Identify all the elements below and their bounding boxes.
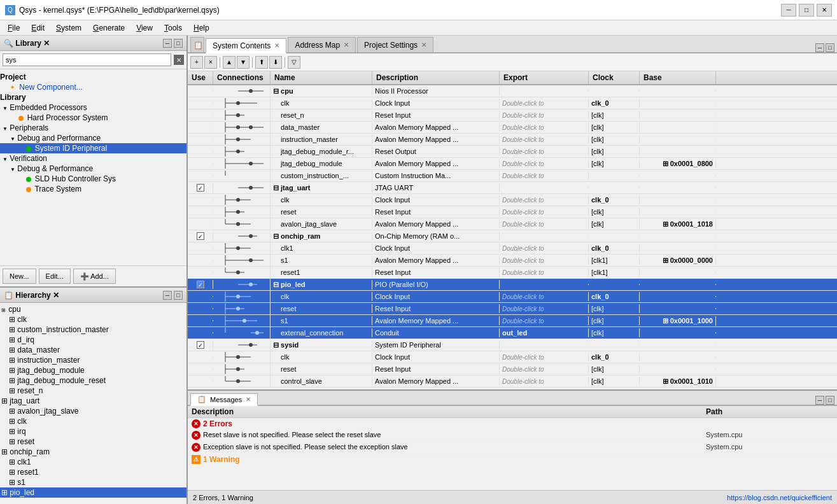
sysid-checkbox[interactable] [197,341,204,349]
hier-s1[interactable]: ⊞ s1 [0,477,186,487]
row-cpu[interactable]: ⊟ cpu Nios II Processor [188,85,837,97]
tree-hard-processor[interactable]: Hard Processor System [0,113,186,123]
toolbar-top-btn[interactable]: ⬆ [255,56,268,69]
menu-view[interactable]: View [131,22,158,34]
msg-error-2[interactable]: ✕ Exception slave is not specified. Plea… [188,442,837,454]
row-sysid-cs[interactable]: control_slave Avalon Memory Mapped ... D… [188,375,837,388]
tab-messages[interactable]: 📋 Messages ✕ [190,393,258,406]
hier-irq[interactable]: ⊞ irq [0,426,186,437]
expand-debug-perf-icon[interactable]: ▼ [10,136,15,142]
tree-peripherals[interactable]: ▼ Peripherals [0,123,186,133]
row-pl-ext[interactable]: external_connection Conduit out_led [clk… [188,327,837,339]
expand-debug-perf2-icon[interactable]: ▼ [10,167,15,172]
tree-embedded-processors[interactable]: ▼ Embedded Processors [0,102,186,113]
row-sysid-reset[interactable]: reset Reset Input Double-click to [clk] [188,363,837,375]
tab-project-settings[interactable]: Project Settings ✕ [357,37,433,52]
msg-error-1[interactable]: ✕ Reset slave is not specified. Please s… [188,430,837,442]
row-cpu-ci[interactable]: custom_instruction_... Custom Instructio… [188,170,837,182]
menu-help[interactable]: Help [188,22,215,34]
expand-verification-icon[interactable]: ▼ [3,157,8,162]
row-sysid-clk[interactable]: clk Clock Input Double-click to clk_0 [188,351,837,363]
hier-jtag-uart[interactable]: ⊞ jtag_uart [0,396,186,406]
hier-pio-led[interactable]: ⊞ pio_led [0,487,186,498]
row-jtag-uart[interactable]: ⊟ jtag_uart JTAG UART [188,182,837,194]
edit-button[interactable]: Edit... [39,269,71,284]
pio-led-checkbox[interactable] [197,281,204,288]
row-cpu-im[interactable]: instruction_master Avalon Memory Mapped … [188,134,837,146]
hier-avalon-jtag-slave[interactable]: ⊞ avalon_jtag_slave [0,406,186,416]
hier-onchip-ram[interactable]: ⊞ onchip_ram [0,447,186,457]
hier-reset-n[interactable]: ⊞ reset_n [0,386,186,396]
hier-cpu[interactable]: ⊞ cpu [0,304,186,314]
tree-debug-performance[interactable]: ▼ Debug and Performance [0,133,186,143]
tree-verification[interactable]: ▼ Verification [0,153,186,164]
row-or-reset1[interactable]: reset1 Reset Input Double-click to [clk1… [188,267,837,279]
library-header-controls[interactable]: ─ □ [163,39,183,48]
onchip-ram-checkbox[interactable] [197,232,204,240]
row-or-s1[interactable]: s1 Avalon Memory Mapped ... Double-click… [188,255,837,267]
library-expand-btn[interactable]: □ [174,39,183,48]
library-search-clear[interactable]: ✕ [174,55,184,65]
toolbar-add-btn[interactable]: + [190,56,203,69]
tree-debug-perf2[interactable]: ▼ Debug & Performance [0,164,186,174]
row-ju-ajs[interactable]: avalon_jtag_slave Avalon Memory Mapped .… [188,218,837,230]
hierarchy-expand-btn[interactable]: □ [174,291,183,300]
tree-system-id-peripheral[interactable]: System ID Peripheral [0,143,186,153]
row-cpu-reset-n[interactable]: reset_n Reset Input Double-click to [clk… [188,109,837,122]
tab-bar-controls[interactable]: ─ □ [815,43,834,52]
tree-sld-hub[interactable]: SLD Hub Controller Sys [0,174,186,184]
hier-instruction-master[interactable]: ⊞ instruction_master [0,355,186,365]
tab-bar-minimize-btn[interactable]: ─ [815,43,824,52]
toolbar-up-btn[interactable]: ▲ [223,56,236,69]
row-pio-led[interactable]: ⊟ pio_led PIO (Parallel I/O) [188,279,837,291]
tab-address-map[interactable]: Address Map ✕ [288,37,356,52]
row-cpu-jdmr[interactable]: jtag_debug_module_r... Reset Output Doub… [188,146,837,158]
hier-d-irq[interactable]: ⊞ d_irq [0,335,186,345]
hier-clk[interactable]: ⊞ clk [0,314,186,325]
row-pl-s1[interactable]: s1 Avalon Memory Mapped ... Double-click… [188,315,837,327]
hier-custom-instruction[interactable]: ⊞ custom_instruction_master [0,325,186,335]
hierarchy-minimize-btn[interactable]: ─ [163,291,172,300]
tab-project-settings-close[interactable]: ✕ [421,41,426,48]
row-or-clk1[interactable]: clk1 Clock Input Double-click to clk_0 [188,242,837,255]
tree-new-component[interactable]: 🔸 New Component... [0,82,186,92]
jtag-uart-checkbox[interactable] [197,184,204,192]
row-jtag-uart-clk[interactable]: clk Clock Input Double-click to clk_0 [188,194,837,206]
row-sysid[interactable]: ⊟ sysid System ID Peripheral [188,339,837,351]
hier-data-master[interactable]: ⊞ data_master [0,345,186,355]
menu-system[interactable]: System [51,22,87,34]
tab-system-contents-close[interactable]: ✕ [274,42,279,49]
hier-jtag-debug-module-reset[interactable]: ⊞ jtag_debug_module_reset [0,375,186,386]
add-button[interactable]: ➕ Add... [73,269,116,284]
tab-address-map-close[interactable]: ✕ [344,41,349,48]
new-button[interactable]: New... [3,269,36,284]
messages-minimize-btn[interactable]: ─ [815,396,824,405]
close-button[interactable]: ✕ [817,4,832,17]
menu-tools[interactable]: Tools [159,22,187,34]
library-minimize-btn[interactable]: ─ [163,39,172,48]
maximize-button[interactable]: □ [799,4,814,17]
row-pl-clk[interactable]: clk Clock Input Double-click to clk_0 [188,291,837,303]
tree-trace-system[interactable]: Trace System [0,184,186,194]
messages-tab-close[interactable]: ✕ [246,396,251,403]
messages-bar-controls[interactable]: ─ □ [815,396,834,405]
hier-reset1[interactable]: ⊞ reset1 [0,467,186,477]
hierarchy-header-controls[interactable]: ─ □ [163,291,183,300]
hier-clk2[interactable]: ⊞ clk [0,416,186,426]
hier-clk1[interactable]: ⊞ clk1 [0,457,186,467]
minimize-button[interactable]: ─ [781,4,796,17]
title-bar-controls[interactable]: ─ □ ✕ [781,4,832,17]
row-jtag-uart-reset[interactable]: reset Reset Input Double-click to [clk] [188,206,837,218]
expand-peripherals-icon[interactable]: ▼ [3,126,8,132]
row-cpu-clk[interactable]: clk Clock Input Double-click to clk_0 [188,97,837,109]
tab-bar-expand-btn[interactable]: □ [826,43,834,52]
toolbar-filter-btn[interactable]: ▽ [288,56,300,69]
row-onchip-ram[interactable]: ⊟ onchip_ram On-Chip Memory (RAM o... [188,230,837,242]
row-cpu-jdm[interactable]: jtag_debug_module Avalon Memory Mapped .… [188,158,837,170]
toolbar-bottom-btn[interactable]: ⬇ [269,56,282,69]
expand-hier-cpu-icon[interactable]: ⊞ [1,307,6,313]
toolbar-down-btn[interactable]: ▼ [237,56,250,69]
menu-file[interactable]: File [3,22,25,34]
tab-system-contents[interactable]: System Contents ✕ [206,38,286,53]
row-cpu-data-master[interactable]: data_master Avalon Memory Mapped ... Dou… [188,122,837,134]
